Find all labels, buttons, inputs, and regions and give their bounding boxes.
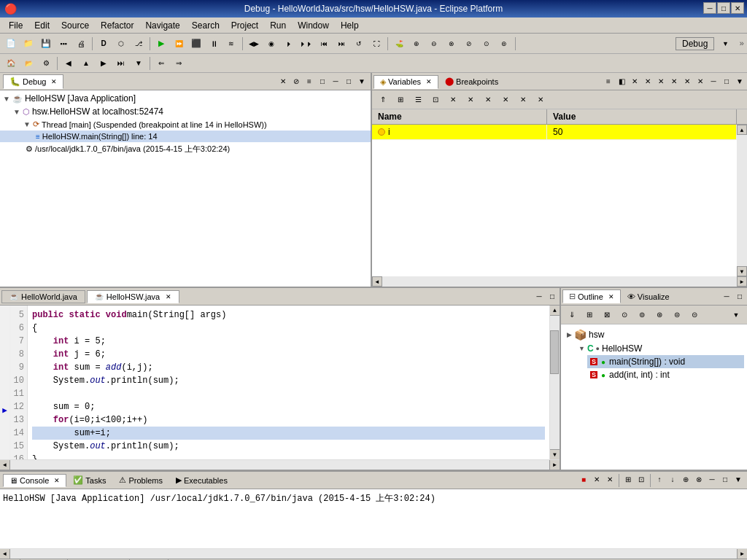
vars-tb-3[interactable]: ☰ — [410, 92, 426, 108]
debug-ctrl-3[interactable]: ≡ — [303, 76, 315, 88]
console-hscroll-right[interactable]: ► — [737, 549, 747, 559]
outline-maximize[interactable]: □ — [734, 291, 746, 303]
console-menu[interactable]: ▼ — [732, 474, 744, 486]
outline-tb-1[interactable]: ⇓ — [564, 307, 580, 323]
tb2-btn-7[interactable]: ⏭ — [113, 55, 129, 71]
vars-tb-2[interactable]: ⊞ — [392, 92, 409, 108]
hhsw-tab-close[interactable]: ✕ — [166, 293, 171, 300]
tb-btn-25[interactable]: ⊗ — [444, 36, 460, 52]
debug-tab[interactable]: 🐛 Debug ✕ — [3, 74, 63, 89]
vars-h-track[interactable] — [382, 276, 737, 287]
vars-row-i[interactable]: i 50 — [372, 125, 737, 140]
outline-minimize[interactable]: ─ — [721, 291, 732, 303]
code-scroll-thumb[interactable] — [550, 330, 559, 374]
debug-tree-thread-group[interactable]: ▼ ⬡ hsw.HelloHSW at localhost:52474 — [0, 105, 371, 118]
tb-btn-7[interactable]: ⬡ — [113, 36, 129, 52]
tb-btn-3[interactable]: 💾 — [38, 36, 54, 52]
console-hscroll-track[interactable] — [10, 549, 737, 559]
tb-btn-19[interactable]: ⏭ — [333, 36, 349, 52]
tb2-btn-3[interactable]: ⚙ — [38, 55, 54, 71]
console-ctrl-4[interactable]: ⊞ — [622, 474, 634, 486]
debug-maximize[interactable]: □ — [343, 76, 355, 88]
close-button[interactable]: ✕ — [731, 2, 744, 14]
outline-tb-3[interactable]: ⊠ — [599, 307, 615, 323]
minimize-button[interactable]: ─ — [703, 2, 716, 14]
code-scroll-down[interactable]: ▼ — [550, 449, 560, 459]
vars-maximize[interactable]: □ — [721, 76, 732, 88]
tb-btn-16[interactable]: ⏵ — [281, 36, 297, 52]
console-tab[interactable]: 🖥 Console ✕ — [3, 474, 66, 487]
menu-run[interactable]: Run — [264, 19, 292, 32]
console-ctrl-9[interactable]: ⊗ — [693, 474, 705, 486]
console-ctrl-5[interactable]: ⊡ — [635, 474, 647, 486]
outline-tab-close[interactable]: ✕ — [608, 293, 614, 300]
vars-h-right[interactable]: ► — [737, 276, 747, 287]
tb-btn-18[interactable]: ⏮ — [316, 36, 332, 52]
executables-tab[interactable]: ▶ Executables — [169, 473, 234, 487]
outline-tb-5[interactable]: ⊚ — [634, 307, 650, 323]
tb-btn-21[interactable]: ⛶ — [368, 36, 384, 52]
outline-item-class[interactable]: ▼ C● HelloHSW — [576, 342, 744, 355]
debug-tab-close[interactable]: ✕ — [51, 78, 57, 85]
tb-btn-2[interactable]: 📁 — [20, 36, 36, 52]
new-button[interactable]: 📄 — [3, 36, 19, 52]
vars-minimize[interactable]: ─ — [708, 76, 719, 88]
tb2-btn-10[interactable]: ⇒ — [171, 55, 187, 71]
tb-btn-17[interactable]: ⏵⏵ — [298, 36, 314, 52]
vars-tb-5[interactable]: ✕ — [445, 92, 461, 108]
menu-file[interactable]: File — [3, 19, 28, 32]
console-ctrl-3[interactable]: ✕ — [604, 474, 616, 486]
vars-tb-7[interactable]: ✕ — [480, 92, 496, 108]
tb-run-button[interactable]: ▶ — [153, 36, 169, 52]
console-minimize[interactable]: ─ — [706, 474, 718, 486]
tb-btn-10[interactable]: ⏩ — [171, 36, 187, 52]
debug-ctrl-4[interactable]: □ — [317, 76, 328, 88]
vars-h-left[interactable]: ◄ — [372, 276, 382, 287]
vars-tb-10[interactable]: ✕ — [533, 92, 549, 108]
vars-tb-1[interactable]: ⇑ — [375, 92, 391, 108]
vars-scroll-up[interactable]: ▲ — [737, 125, 747, 135]
tb-btn-8[interactable]: ⎇ — [131, 36, 147, 52]
console-maximize[interactable]: □ — [719, 474, 731, 486]
tb-btn-26[interactable]: ⊘ — [461, 36, 477, 52]
outline-tb-6[interactable]: ⊛ — [651, 307, 667, 323]
tb2-btn-9[interactable]: ⇐ — [153, 55, 169, 71]
tb-btn-4[interactable]: ▪▪▪ — [55, 36, 71, 52]
outline-tb-7[interactable]: ⊜ — [669, 307, 685, 323]
tb-btn-14[interactable]: ◀▶ — [246, 36, 262, 52]
vars-ctrl-3[interactable]: ✕ — [629, 76, 640, 88]
problems-tab[interactable]: ⚠ Problems — [112, 473, 169, 487]
code-hscroll-right[interactable]: ► — [549, 460, 560, 470]
menu-help[interactable]: Help — [335, 19, 365, 32]
debug-tree-stackframe[interactable]: ≡ HelloHSW.main(String[]) line: 14 — [0, 131, 371, 142]
vars-tb-4[interactable]: ⊡ — [427, 92, 444, 108]
code-scroll-up[interactable]: ▲ — [550, 306, 560, 316]
outline-item-pkg[interactable]: ▶ 📦 hsw — [564, 327, 744, 342]
console-ctrl-7[interactable]: ↓ — [667, 474, 678, 486]
visualize-tab[interactable]: 👁 Visualize — [621, 290, 676, 303]
code-hscroll-track[interactable] — [10, 460, 549, 470]
tb-btn-27[interactable]: ⊙ — [479, 36, 495, 52]
vars-ctrl-1[interactable]: ≡ — [603, 76, 614, 88]
vars-tb-9[interactable]: ✕ — [515, 92, 531, 108]
tb-btn-15[interactable]: ◉ — [263, 36, 279, 52]
outline-item-main[interactable]: S ● main(String[]) : void — [587, 355, 744, 368]
tb-btn-24[interactable]: ⊖ — [426, 36, 442, 52]
tb-btn-28[interactable]: ⊚ — [496, 36, 512, 52]
menu-navigate[interactable]: Navigate — [139, 19, 185, 32]
tb-btn-13[interactable]: ≋ — [223, 36, 239, 52]
console-ctrl-8[interactable]: ⊕ — [680, 474, 692, 486]
tb-btn-12[interactable]: ⏸ — [206, 36, 222, 52]
debug-tree-process[interactable]: ⚙ /usr/local/jdk1.7.0_67/bin/java (2015-… — [0, 142, 371, 156]
vars-ctrl-5[interactable]: ✕ — [655, 76, 667, 88]
console-ctrl-6[interactable]: ↑ — [654, 474, 665, 486]
outline-tb-8[interactable]: ⊝ — [686, 307, 703, 323]
vars-tb-6[interactable]: ✕ — [462, 92, 479, 108]
outline-tb-2[interactable]: ⊞ — [581, 307, 597, 323]
perspective-arrow[interactable]: ▼ — [717, 36, 733, 52]
tb-btn-22[interactable]: ⛳ — [391, 36, 407, 52]
outline-item-add[interactable]: S ● add(int, int) : int — [587, 368, 744, 381]
menu-source[interactable]: Source — [55, 19, 95, 32]
tb-btn-20[interactable]: ↺ — [351, 36, 367, 52]
code-content[interactable]: public static void main(String[] args) {… — [28, 306, 549, 459]
